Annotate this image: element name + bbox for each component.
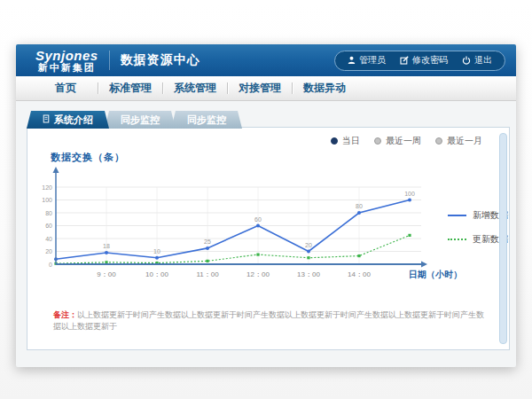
nav-item-interface-mgmt[interactable]: 对接管理 bbox=[228, 76, 292, 100]
svg-text:14：00: 14：00 bbox=[348, 270, 371, 278]
svg-text:60: 60 bbox=[254, 216, 262, 223]
svg-text:13：00: 13：00 bbox=[297, 270, 320, 278]
user-menu-change-password[interactable]: 修改密码 bbox=[393, 54, 455, 66]
chart-panel: 当日 最近一周 最近一月 数据交换（条） 0204060801001209：00… bbox=[27, 127, 510, 350]
user-icon bbox=[348, 56, 356, 65]
svg-text:12：00: 12：00 bbox=[246, 270, 270, 278]
svg-text:100: 100 bbox=[404, 191, 415, 197]
line-chart: 0204060801001209：0010：0011：0012：0013：001… bbox=[49, 165, 510, 291]
tab-sync-monitor-2[interactable]: 同步监控 bbox=[171, 111, 242, 129]
svg-text:10: 10 bbox=[153, 248, 160, 254]
svg-text:日期（小时）: 日期（小时） bbox=[409, 270, 462, 279]
user-menu-admin-label: 管理员 bbox=[359, 54, 386, 66]
period-filter-group: 当日 最近一周 最近一月 bbox=[331, 135, 482, 147]
svg-text:9：00: 9：00 bbox=[97, 270, 116, 278]
filter-today-label: 当日 bbox=[342, 135, 360, 147]
y-axis-title: 数据交换（条） bbox=[51, 151, 125, 164]
tab-sync-monitor-1[interactable]: 同步监控 bbox=[105, 111, 176, 129]
power-icon bbox=[462, 56, 471, 65]
tab-bar: 系统介绍 同步监控 同步监控 bbox=[27, 110, 238, 129]
user-menu-logout-label: 退出 bbox=[474, 54, 492, 66]
footnote: 备注：以上数据更新于时间产生数据以上数据更新于时间产生数据以上数据更新于时间产生… bbox=[53, 309, 491, 332]
svg-text:40: 40 bbox=[45, 236, 52, 242]
svg-text:120: 120 bbox=[42, 184, 52, 191]
svg-text:100: 100 bbox=[42, 197, 52, 203]
filter-last-week-label: 最近一周 bbox=[386, 135, 421, 147]
filter-today[interactable]: 当日 bbox=[331, 135, 360, 147]
nav-item-home[interactable]: 首页 bbox=[34, 76, 98, 100]
footnote-text: 以上数据更新于时间产生数据以上数据更新于时间产生数据以上数据更新于时间产生数据以… bbox=[53, 310, 484, 331]
filter-last-week[interactable]: 最近一周 bbox=[374, 135, 421, 147]
user-menu: 管理员 修改密码 退出 bbox=[334, 51, 505, 71]
nav-item-data-change[interactable]: 数据异动 bbox=[293, 76, 356, 100]
filter-last-month-label: 最近一月 bbox=[447, 135, 482, 147]
filter-last-month[interactable]: 最近一月 bbox=[435, 135, 482, 147]
svg-text:80: 80 bbox=[356, 203, 363, 209]
tab-label: 同步监控 bbox=[121, 111, 160, 129]
svg-text:20: 20 bbox=[305, 242, 312, 248]
radio-unselected-icon bbox=[374, 137, 381, 145]
footnote-prefix: 备注： bbox=[53, 310, 77, 319]
tab-label: 同步监控 bbox=[187, 111, 226, 129]
main-nav: 首页 标准管理 系统管理 对接管理 数据异动 bbox=[16, 76, 516, 101]
svg-text:11：00: 11：00 bbox=[196, 270, 219, 278]
nav-item-system-mgmt[interactable]: 系统管理 bbox=[163, 76, 227, 100]
green-dotted-line-sample bbox=[448, 239, 466, 240]
app-window: Synjones 新中新集团 数据资源中心 管理员 修改密码 bbox=[16, 44, 516, 367]
tab-label: 系统介绍 bbox=[54, 111, 93, 129]
edit-icon bbox=[400, 56, 409, 65]
panel-scrollbar[interactable] bbox=[499, 133, 507, 344]
svg-text:80: 80 bbox=[45, 210, 52, 216]
svg-text:25: 25 bbox=[204, 239, 211, 245]
document-icon bbox=[43, 111, 50, 129]
user-menu-change-password-label: 修改密码 bbox=[412, 54, 448, 66]
svg-text:20: 20 bbox=[45, 248, 52, 254]
user-menu-admin[interactable]: 管理员 bbox=[340, 54, 393, 66]
user-menu-logout[interactable]: 退出 bbox=[455, 54, 499, 66]
radio-unselected-icon bbox=[435, 137, 442, 145]
logo: Synjones 新中新集团 bbox=[35, 49, 98, 73]
svg-text:0: 0 bbox=[49, 262, 52, 268]
logo-text-cn: 新中新集团 bbox=[35, 63, 98, 73]
svg-text:10：00: 10：00 bbox=[145, 270, 168, 278]
app-title: 数据资源中心 bbox=[121, 52, 200, 68]
radio-selected-icon bbox=[331, 137, 338, 145]
blue-line-sample bbox=[448, 215, 466, 216]
nav-item-standard-mgmt[interactable]: 标准管理 bbox=[98, 76, 162, 100]
svg-text:60: 60 bbox=[45, 223, 52, 229]
logo-text-en: Synjones bbox=[35, 49, 98, 62]
app-header: Synjones 新中新集团 数据资源中心 管理员 修改密码 bbox=[16, 44, 516, 76]
svg-text:18: 18 bbox=[103, 243, 110, 249]
header-divider bbox=[109, 51, 110, 70]
tab-system-intro[interactable]: 系统介绍 bbox=[27, 111, 109, 129]
